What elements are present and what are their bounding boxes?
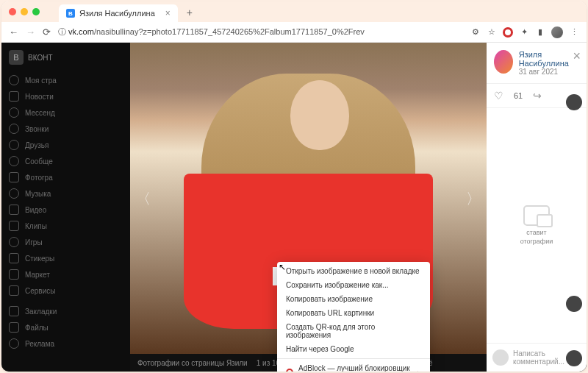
ctx-adblock[interactable]: AdBlock — лучший блокировщик рекламы▸ — [277, 361, 430, 372]
chevron-right-icon: ▸ — [417, 369, 421, 372]
ads-icon — [9, 338, 19, 349]
sidebar-item[interactable]: Звонки — [9, 121, 123, 137]
ctx-copy-url[interactable]: Копировать URL картинки — [277, 306, 430, 320]
sidebar-item[interactable]: Моя стра — [9, 72, 123, 88]
sidebar-item[interactable]: Сообще — [9, 153, 123, 169]
suggested-avatars — [566, 94, 582, 372]
star-icon[interactable]: ☆ — [487, 27, 497, 38]
sidebar-item[interactable]: Клипы — [9, 218, 123, 234]
sidebar-item[interactable]: Реклама — [9, 335, 123, 352]
sidebar-item[interactable]: Мессенд — [9, 104, 123, 121]
files-icon — [9, 322, 19, 333]
video-icon — [9, 205, 19, 215]
close-viewer-button[interactable]: × — [573, 49, 581, 64]
browser-window: B Язиля Насибуллина × + ← → ⟳ ⓘ vk.com/n… — [1, 1, 587, 372]
new-tab-button[interactable]: + — [187, 7, 193, 18]
album-title: Фотографии со страницы Язили — [137, 359, 248, 367]
lock-icon: ⓘ — [58, 27, 68, 36]
window-zoom-button[interactable] — [32, 8, 40, 15]
menu-icon[interactable]: ⋮ — [569, 27, 579, 38]
photo-date: 31 авг 2021 — [519, 68, 579, 76]
opera-icon[interactable] — [503, 27, 513, 38]
close-tab-icon[interactable]: × — [165, 8, 171, 18]
page-content: BВКОНТ Моя стра Новости Мессенд Звонки Д… — [1, 43, 587, 372]
sidebar-item[interactable]: Музыка — [9, 185, 123, 202]
sidebar-item[interactable]: Закладки — [9, 303, 123, 319]
adblock-icon — [286, 369, 293, 372]
user-icon — [9, 75, 19, 85]
puzzle-icon[interactable]: ✦ — [519, 27, 529, 38]
vk-favicon-icon: B — [66, 9, 75, 18]
clips-icon — [9, 221, 19, 231]
ctx-google-search[interactable]: Найти через Google — [277, 342, 430, 356]
sidebar-item[interactable]: Фотогра — [9, 169, 123, 185]
like-icon[interactable]: ♡ — [494, 90, 503, 102]
sidebar-item[interactable]: Стикеры — [9, 250, 123, 266]
browser-toolbar: ← → ⟳ ⓘ vk.com/nasibullinay?z=photo17711… — [1, 22, 587, 43]
reload-button[interactable]: ⟳ — [43, 26, 51, 38]
news-icon — [9, 91, 19, 102]
ctx-open-new-tab[interactable]: Открыть изображение в новой вкладке — [277, 264, 430, 278]
author-avatar-icon[interactable] — [494, 50, 513, 74]
games-icon — [9, 237, 19, 247]
sidebar-item[interactable]: Маркет — [9, 266, 123, 283]
vk-logo[interactable]: BВКОНТ — [9, 50, 123, 65]
back-button[interactable]: ← — [9, 26, 18, 38]
tab-title: Язиля Насибуллина — [79, 9, 155, 18]
services-icon — [9, 285, 19, 296]
share-icon[interactable]: ↪ — [533, 90, 542, 102]
avatar-icon[interactable] — [566, 296, 582, 312]
gift-icon[interactable]: ⚙ — [470, 27, 481, 38]
ctx-save-as[interactable]: Сохранить изображение как... — [277, 278, 430, 292]
forward-button[interactable]: → — [26, 26, 35, 38]
ctx-copy-image[interactable]: Копировать изображение — [277, 292, 430, 306]
sidebar-item[interactable]: Видео — [9, 202, 123, 218]
titlebar: B Язиля Насибуллина × + — [1, 1, 587, 22]
market-icon — [9, 269, 19, 280]
my-avatar-icon — [492, 349, 509, 366]
avatar-icon[interactable] — [566, 94, 582, 110]
like-count: 61 — [514, 91, 523, 100]
music-icon — [9, 188, 19, 199]
extensions: ⚙ ☆ ✦ ▮ ⋮ — [470, 26, 579, 38]
bookmark-icon[interactable]: ▮ — [535, 27, 545, 38]
window-minimize-button[interactable] — [21, 8, 28, 15]
window-close-button[interactable] — [9, 8, 16, 15]
photo-icon — [9, 172, 19, 182]
message-icon — [9, 107, 19, 118]
friends-icon — [9, 140, 19, 150]
groups-icon — [9, 156, 19, 166]
profile-avatar-icon[interactable] — [551, 26, 563, 38]
sidebar-item[interactable]: Файлы — [9, 319, 123, 335]
next-photo-button[interactable]: 〉 — [460, 174, 487, 223]
call-icon — [9, 124, 19, 134]
sidebar-item[interactable]: Игры — [9, 234, 123, 250]
prev-photo-button[interactable]: 〈 — [130, 174, 157, 223]
ctx-qr-code[interactable]: Создать QR-код для этого изображения — [277, 320, 430, 342]
browser-tab[interactable]: B Язиля Насибуллина × — [59, 4, 178, 22]
vk-sidebar: BВКОНТ Моя стра Новости Мессенд Звонки Д… — [1, 43, 130, 359]
sidebar-item[interactable]: Друзья — [9, 137, 123, 153]
stickers-icon — [9, 253, 19, 263]
author-name[interactable]: Язиля Насибуллина — [519, 50, 579, 68]
context-menu: Открыть изображение в новой вкладке Сохр… — [277, 262, 430, 372]
sidebar-item[interactable]: Новости — [9, 88, 123, 104]
sidebar-item[interactable]: Сервисы — [9, 283, 123, 299]
chat-icon — [523, 205, 550, 226]
avatar-icon[interactable] — [566, 350, 582, 366]
address-bar[interactable]: ⓘ vk.com/nasibullinay?z=photo17711857_45… — [58, 26, 463, 38]
bookmark-icon — [9, 306, 19, 316]
